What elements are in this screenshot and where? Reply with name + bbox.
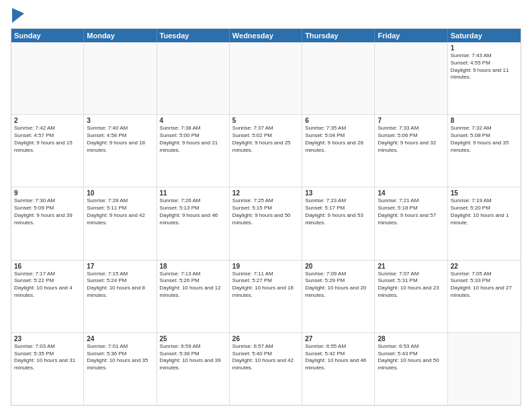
header-day-wednesday: Wednesday [230, 29, 302, 42]
calendar-day-empty [11, 42, 84, 114]
day-number: 7 [378, 117, 444, 124]
calendar-day-15: 15Sunrise: 7:19 AM Sunset: 5:20 PM Dayli… [448, 187, 521, 259]
day-number: 1 [451, 44, 518, 52]
calendar-day-7: 7Sunrise: 7:33 AM Sunset: 5:06 PM Daylig… [375, 115, 447, 187]
day-number: 8 [451, 117, 518, 124]
calendar-day-2: 2Sunrise: 7:42 AM Sunset: 4:57 PM Daylig… [11, 115, 84, 187]
calendar: SundayMondayTuesdayWednesdayThursdayFrid… [11, 28, 521, 406]
day-number: 3 [87, 117, 153, 124]
calendar-day-24: 24Sunrise: 7:01 AM Sunset: 5:36 PM Dayli… [84, 333, 157, 405]
calendar-day-13: 13Sunrise: 7:23 AM Sunset: 5:17 PM Dayli… [302, 187, 375, 259]
calendar-day-empty [84, 42, 157, 114]
day-info: Sunrise: 7:43 AM Sunset: 4:55 PM Dayligh… [451, 52, 518, 81]
calendar-day-21: 21Sunrise: 7:07 AM Sunset: 5:31 PM Dayli… [375, 261, 447, 332]
day-info: Sunrise: 7:05 AM Sunset: 5:33 PM Dayligh… [451, 271, 518, 300]
calendar-day-19: 19Sunrise: 7:11 AM Sunset: 5:27 PM Dayli… [230, 261, 302, 332]
day-info: Sunrise: 7:35 AM Sunset: 5:04 PM Dayligh… [305, 125, 371, 154]
calendar-day-3: 3Sunrise: 7:40 AM Sunset: 4:58 PM Daylig… [84, 115, 157, 187]
day-number: 6 [305, 117, 371, 124]
day-number: 25 [160, 335, 226, 342]
calendar-week-3: 9Sunrise: 7:30 AM Sunset: 5:09 PM Daylig… [11, 187, 521, 259]
calendar-day-28: 28Sunrise: 6:53 AM Sunset: 5:43 PM Dayli… [375, 333, 447, 405]
calendar-day-10: 10Sunrise: 7:28 AM Sunset: 5:11 PM Dayli… [84, 187, 157, 259]
day-info: Sunrise: 7:42 AM Sunset: 4:57 PM Dayligh… [14, 125, 81, 154]
day-number: 26 [232, 335, 299, 342]
day-number: 13 [305, 189, 371, 197]
calendar-day-20: 20Sunrise: 7:09 AM Sunset: 5:29 PM Dayli… [302, 261, 375, 332]
day-number: 9 [14, 189, 81, 197]
logo-icon [12, 8, 24, 23]
header-day-sunday: Sunday [11, 29, 84, 42]
day-number: 27 [305, 335, 371, 342]
day-info: Sunrise: 7:15 AM Sunset: 5:24 PM Dayligh… [87, 271, 153, 300]
calendar-day-18: 18Sunrise: 7:13 AM Sunset: 5:26 PM Dayli… [157, 261, 230, 332]
calendar-day-5: 5Sunrise: 7:37 AM Sunset: 5:02 PM Daylig… [230, 115, 302, 187]
day-number: 14 [378, 189, 444, 197]
calendar-day-8: 8Sunrise: 7:32 AM Sunset: 5:08 PM Daylig… [448, 115, 521, 187]
header-day-monday: Monday [84, 29, 157, 42]
day-info: Sunrise: 7:25 AM Sunset: 5:15 PM Dayligh… [232, 197, 299, 226]
day-info: Sunrise: 7:01 AM Sunset: 5:36 PM Dayligh… [87, 343, 153, 372]
calendar-week-1: 1Sunrise: 7:43 AM Sunset: 4:55 PM Daylig… [11, 42, 521, 114]
day-info: Sunrise: 7:19 AM Sunset: 5:20 PM Dayligh… [451, 197, 518, 226]
calendar-week-5: 23Sunrise: 7:03 AM Sunset: 5:35 PM Dayli… [11, 332, 521, 405]
header-day-friday: Friday [375, 29, 447, 42]
day-info: Sunrise: 7:26 AM Sunset: 5:13 PM Dayligh… [160, 197, 226, 226]
day-info: Sunrise: 7:28 AM Sunset: 5:11 PM Dayligh… [87, 197, 153, 226]
day-info: Sunrise: 7:37 AM Sunset: 5:02 PM Dayligh… [232, 125, 299, 154]
day-info: Sunrise: 7:09 AM Sunset: 5:29 PM Dayligh… [305, 271, 371, 300]
calendar-day-22: 22Sunrise: 7:05 AM Sunset: 5:33 PM Dayli… [448, 261, 521, 332]
page: SundayMondayTuesdayWednesdayThursdayFrid… [0, 0, 532, 411]
day-info: Sunrise: 7:33 AM Sunset: 5:06 PM Dayligh… [378, 125, 444, 154]
day-info: Sunrise: 7:23 AM Sunset: 5:17 PM Dayligh… [305, 197, 371, 226]
day-info: Sunrise: 7:30 AM Sunset: 5:09 PM Dayligh… [14, 197, 81, 226]
calendar-day-empty [157, 42, 230, 114]
day-info: Sunrise: 6:59 AM Sunset: 5:38 PM Dayligh… [160, 343, 226, 372]
calendar-day-25: 25Sunrise: 6:59 AM Sunset: 5:38 PM Dayli… [157, 333, 230, 405]
day-number: 16 [14, 263, 81, 270]
calendar-day-26: 26Sunrise: 6:57 AM Sunset: 5:40 PM Dayli… [230, 333, 302, 405]
day-number: 21 [378, 263, 444, 270]
day-info: Sunrise: 6:57 AM Sunset: 5:40 PM Dayligh… [232, 343, 299, 372]
calendar-day-4: 4Sunrise: 7:38 AM Sunset: 5:00 PM Daylig… [157, 115, 230, 187]
calendar-day-empty [230, 42, 302, 114]
day-info: Sunrise: 7:40 AM Sunset: 4:58 PM Dayligh… [87, 125, 153, 154]
calendar-day-1: 1Sunrise: 7:43 AM Sunset: 4:55 PM Daylig… [448, 42, 521, 114]
day-number: 17 [87, 263, 153, 270]
calendar-day-empty [448, 333, 521, 405]
calendar-day-empty [302, 42, 375, 114]
day-info: Sunrise: 7:32 AM Sunset: 5:08 PM Dayligh… [451, 125, 518, 154]
svg-marker-0 [12, 8, 24, 23]
day-info: Sunrise: 7:03 AM Sunset: 5:35 PM Dayligh… [14, 343, 81, 372]
calendar-day-11: 11Sunrise: 7:26 AM Sunset: 5:13 PM Dayli… [157, 187, 230, 259]
calendar-day-empty [375, 42, 447, 114]
day-info: Sunrise: 6:53 AM Sunset: 5:43 PM Dayligh… [378, 343, 444, 372]
calendar-week-4: 16Sunrise: 7:17 AM Sunset: 5:22 PM Dayli… [11, 260, 521, 332]
header [11, 8, 521, 23]
calendar-day-9: 9Sunrise: 7:30 AM Sunset: 5:09 PM Daylig… [11, 187, 84, 259]
day-number: 23 [14, 335, 81, 342]
header-day-tuesday: Tuesday [157, 29, 230, 42]
day-number: 5 [232, 117, 299, 124]
calendar-body: 1Sunrise: 7:43 AM Sunset: 4:55 PM Daylig… [11, 42, 521, 405]
day-info: Sunrise: 7:07 AM Sunset: 5:31 PM Dayligh… [378, 271, 444, 300]
header-day-thursday: Thursday [302, 29, 375, 42]
calendar-day-16: 16Sunrise: 7:17 AM Sunset: 5:22 PM Dayli… [11, 261, 84, 332]
day-info: Sunrise: 7:21 AM Sunset: 5:18 PM Dayligh… [378, 197, 444, 226]
calendar-header: SundayMondayTuesdayWednesdayThursdayFrid… [11, 29, 521, 42]
day-number: 15 [451, 189, 518, 197]
day-number: 2 [14, 117, 81, 124]
day-number: 19 [232, 263, 299, 270]
day-number: 22 [451, 263, 518, 270]
day-number: 28 [378, 335, 444, 342]
day-info: Sunrise: 7:17 AM Sunset: 5:22 PM Dayligh… [14, 271, 81, 300]
calendar-day-6: 6Sunrise: 7:35 AM Sunset: 5:04 PM Daylig… [302, 115, 375, 187]
day-info: Sunrise: 7:38 AM Sunset: 5:00 PM Dayligh… [160, 125, 226, 154]
calendar-day-17: 17Sunrise: 7:15 AM Sunset: 5:24 PM Dayli… [84, 261, 157, 332]
calendar-week-2: 2Sunrise: 7:42 AM Sunset: 4:57 PM Daylig… [11, 114, 521, 187]
day-number: 20 [305, 263, 371, 270]
day-info: Sunrise: 7:13 AM Sunset: 5:26 PM Dayligh… [160, 271, 226, 300]
calendar-day-14: 14Sunrise: 7:21 AM Sunset: 5:18 PM Dayli… [375, 187, 447, 259]
day-number: 18 [160, 263, 226, 270]
calendar-day-12: 12Sunrise: 7:25 AM Sunset: 5:15 PM Dayli… [230, 187, 302, 259]
